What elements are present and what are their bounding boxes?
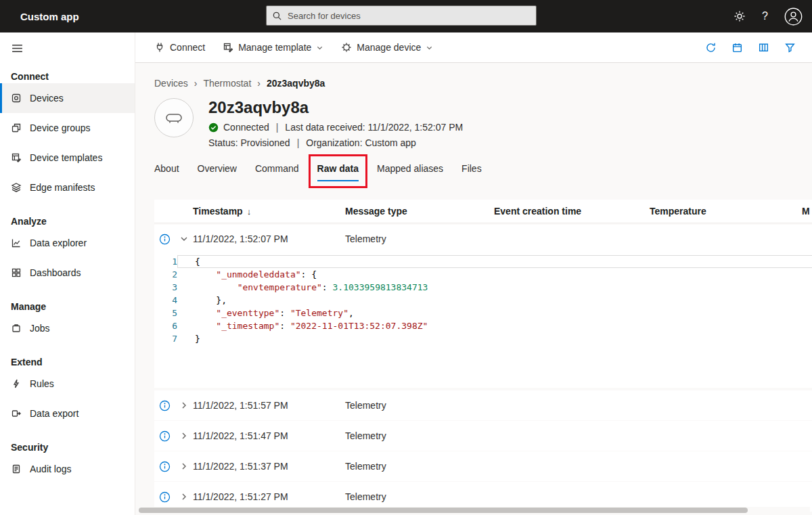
expand-chevron-icon[interactable] xyxy=(179,492,189,501)
page: Custom app ? Connect Devices xyxy=(0,0,812,515)
search-icon xyxy=(272,11,282,21)
tab-label: Raw data xyxy=(317,163,359,174)
edge-manifests-icon xyxy=(11,182,22,193)
status-divider: | xyxy=(295,137,302,148)
table-header-row: Timestamp↓ Message type Event creation t… xyxy=(154,200,812,223)
breadcrumb-thermostat[interactable]: Thermostat xyxy=(203,78,251,89)
expand-chevron-icon[interactable] xyxy=(179,401,189,410)
sidebar-item-label: Devices xyxy=(30,93,64,104)
audit-logs-icon xyxy=(11,464,22,474)
top-actions: ? xyxy=(734,7,803,26)
breadcrumb-separator: › xyxy=(188,78,204,89)
sidebar-item-audit-logs[interactable]: Audit logs xyxy=(0,454,135,484)
organization: Organization: Custom app xyxy=(306,137,416,148)
manage-template-menu[interactable]: Manage template xyxy=(223,42,323,53)
provision-status: Status: Provisioned xyxy=(208,137,290,148)
device-groups-icon xyxy=(11,122,22,133)
tab-command[interactable]: Command xyxy=(255,163,299,181)
breadcrumb-devices[interactable]: Devices xyxy=(154,78,188,89)
breadcrumb-separator: › xyxy=(251,78,267,89)
column-options-icon[interactable] xyxy=(758,42,769,53)
connected-check-icon xyxy=(208,122,219,133)
sidebar-item-data-export[interactable]: Data export xyxy=(0,399,135,428)
table-row[interactable]: 11/1/2022, 1:51:57 PM Telemetry xyxy=(154,390,812,420)
column-header-message-type[interactable]: Message type xyxy=(345,206,494,217)
table-row[interactable]: 11/1/2022, 1:51:47 PM Telemetry xyxy=(154,421,812,451)
sidebar-item-label: Rules xyxy=(30,378,54,389)
info-icon[interactable] xyxy=(159,461,171,472)
sidebar-item-label: Jobs xyxy=(30,323,50,334)
device-name: 20z3aqvby8a xyxy=(208,98,463,117)
column-header-event-creation-time[interactable]: Event creation time xyxy=(494,206,650,217)
help-icon[interactable]: ? xyxy=(762,10,768,22)
last-data-received: Last data received: 11/1/2022, 1:52:07 P… xyxy=(285,122,463,133)
tab-overview[interactable]: Overview xyxy=(198,163,237,181)
chevron-down-icon xyxy=(426,44,433,51)
sidebar-item-label: Dashboards xyxy=(30,267,81,278)
sidebar-item-dashboards[interactable]: Dashboards xyxy=(0,258,135,288)
tab-mapped-aliases[interactable]: Mapped aliases xyxy=(377,163,443,181)
tab-raw-data[interactable]: Raw data xyxy=(317,163,359,181)
time-range-calendar-icon[interactable] xyxy=(731,42,743,53)
filter-icon[interactable] xyxy=(784,42,796,53)
info-icon[interactable] xyxy=(159,400,171,411)
column-header-cut-off[interactable]: M xyxy=(802,206,812,217)
sidebar-item-devices[interactable]: Devices xyxy=(0,83,135,113)
connection-status: Connected xyxy=(223,122,269,133)
tab-files[interactable]: Files xyxy=(461,163,482,181)
device-search-box[interactable] xyxy=(266,5,537,26)
column-header-timestamp[interactable]: Timestamp↓ xyxy=(193,206,345,217)
connect-button[interactable]: Connect xyxy=(154,42,205,53)
column-label: Temperature xyxy=(650,206,706,217)
table-row-expanded: 11/1/2022, 1:52:07 PM Telemetry 1{2 "_un… xyxy=(154,225,812,388)
sidebar-item-label: Device groups xyxy=(30,122,91,133)
collapse-chevron-icon[interactable] xyxy=(179,234,189,244)
info-icon[interactable] xyxy=(159,491,171,503)
content-area: Devices › Thermostat › 20z3aqvby8a 20z3a… xyxy=(135,63,812,515)
row-timestamp: 11/1/2022, 1:51:27 PM xyxy=(193,491,345,502)
manage-device-menu[interactable]: Manage device xyxy=(341,42,433,53)
table-row[interactable]: 11/1/2022, 1:51:37 PM Telemetry xyxy=(154,451,812,481)
tab-label: Files xyxy=(461,163,482,174)
expand-chevron-icon[interactable] xyxy=(179,431,189,441)
refresh-icon[interactable] xyxy=(705,42,717,53)
sidebar-item-device-templates[interactable]: Device templates xyxy=(0,143,135,173)
search-input[interactable] xyxy=(286,10,531,22)
device-toolbar: Connect Manage template Manage device xyxy=(135,32,812,63)
table-row[interactable]: 11/1/2022, 1:52:07 PM Telemetry xyxy=(154,225,812,253)
manage-device-label: Manage device xyxy=(357,42,421,53)
info-icon[interactable] xyxy=(159,233,171,245)
sidebar-item-rules[interactable]: Rules xyxy=(0,369,135,399)
sidebar-item-data-explorer[interactable]: Data explorer xyxy=(0,228,135,258)
tab-label: About xyxy=(154,163,179,174)
sidebar-item-edge-manifests[interactable]: Edge manifests xyxy=(0,173,135,202)
device-status-line-1: Connected | Last data received: 11/1/202… xyxy=(208,122,463,133)
account-avatar-icon[interactable] xyxy=(784,7,803,26)
raw-data-table: Timestamp↓ Message type Event creation t… xyxy=(154,200,812,512)
column-label: Message type xyxy=(345,206,407,217)
nav-menu-icon[interactable] xyxy=(11,42,24,55)
info-icon[interactable] xyxy=(159,430,171,442)
sidebar-heading-analyze: Analyze xyxy=(11,216,135,227)
expand-chevron-icon[interactable] xyxy=(179,462,189,471)
row-message-type: Telemetry xyxy=(345,461,494,472)
tab-about[interactable]: About xyxy=(154,163,179,181)
sidebar-item-device-groups[interactable]: Device groups xyxy=(0,113,135,143)
devices-icon xyxy=(11,93,22,104)
sidebar-item-jobs[interactable]: Jobs xyxy=(0,313,135,343)
sidebar-item-label: Data export xyxy=(30,408,78,419)
tab-label: Overview xyxy=(198,163,237,174)
scrollbar-thumb[interactable] xyxy=(139,508,748,513)
column-header-temperature[interactable]: Temperature xyxy=(650,206,802,217)
json-editor[interactable]: 1{2 "_unmodeleddata": {3 "envtemperature… xyxy=(154,253,812,385)
column-label: Event creation time xyxy=(494,206,581,217)
breadcrumb-current-device: 20z3aqvby8a xyxy=(267,78,325,89)
device-status-line-2: Status: Provisioned | Organization: Cust… xyxy=(208,137,463,148)
breadcrumb: Devices › Thermostat › 20z3aqvby8a xyxy=(154,78,812,89)
horizontal-scrollbar[interactable] xyxy=(137,507,810,514)
tab-label: Command xyxy=(255,163,299,174)
settings-gear-icon[interactable] xyxy=(734,10,746,22)
column-label: M xyxy=(802,206,810,217)
sidebar: Connect Devices Device groups Device tem… xyxy=(0,32,135,515)
row-message-type: Telemetry xyxy=(345,430,494,441)
